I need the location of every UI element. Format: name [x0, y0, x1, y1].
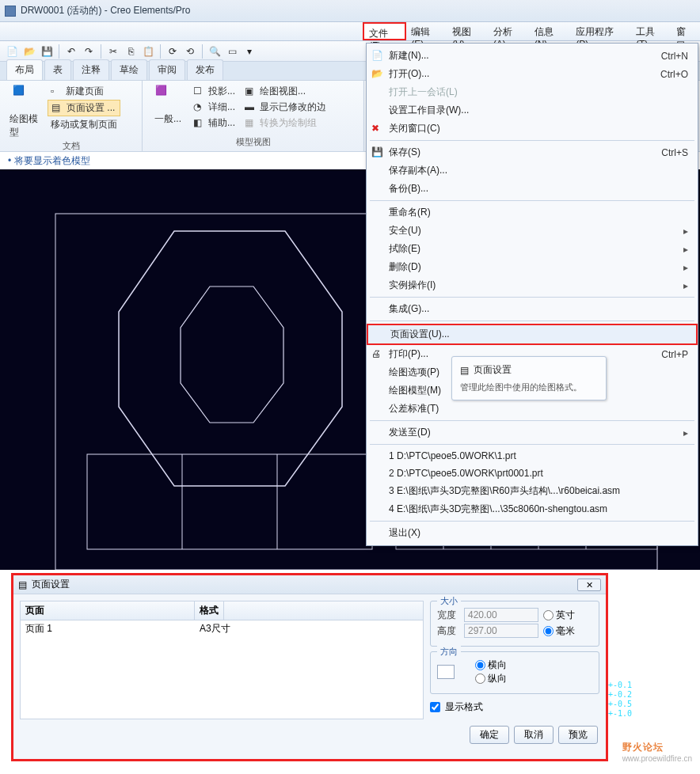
titlebar: DRW0001 (活动的) - Creo Elements/Pro	[0, 0, 700, 22]
cut-icon[interactable]: ✂	[106, 44, 120, 59]
save-icon[interactable]: 💾	[40, 44, 54, 59]
save-icon: 💾	[371, 146, 384, 159]
regen2-icon[interactable]: ⟲	[183, 44, 197, 59]
unit-mm-radio[interactable]: 毫米	[543, 624, 575, 638]
menu-send-to[interactable]: 发送至(D)▸	[367, 423, 698, 442]
show-format-checkbox[interactable]: 显示格式	[430, 700, 599, 714]
menu-edit[interactable]: 编辑(E)	[406, 22, 447, 40]
open-icon[interactable]: 📂	[22, 44, 36, 59]
separator	[59, 44, 59, 59]
menu-integrate[interactable]: 集成(G)...	[367, 300, 698, 318]
move-copy-page-button[interactable]: 移动或复制页面	[48, 117, 120, 132]
table-row[interactable]: 页面 1 A3尺寸	[21, 620, 423, 637]
drawing-models-button[interactable]: 🟦 绘图模型	[6, 84, 44, 140]
tab-annotate[interactable]: 注释	[73, 59, 109, 80]
page-icon: ▫	[51, 85, 63, 98]
menu-recent-4[interactable]: 4 E:\图纸\声头3D完整图\...\35c8060n-shengtou.as…	[367, 500, 698, 518]
printer-icon: 🖨	[371, 348, 384, 361]
group-label: 模型视图	[149, 136, 357, 148]
orient-landscape-radio[interactable]: 横向	[475, 658, 507, 672]
detailed-button[interactable]: ◔详细...	[190, 100, 238, 115]
watermark: 野火论坛 www.proewildfire.cn	[622, 738, 692, 763]
chevron-right-icon: ▸	[683, 244, 688, 255]
menu-recent-1[interactable]: 1 D:\PTC\peoe5.0WORK\1.prt	[367, 447, 698, 465]
col-page: 页面	[21, 601, 195, 620]
menubar: 文件(F) 编辑(E) 视图(V) 分析(A) 信息(N) 应用程序(P) 工具…	[0, 22, 700, 41]
preview-button[interactable]: 预览	[558, 726, 598, 744]
menu-info[interactable]: 信息(N)	[530, 22, 572, 40]
tab-review[interactable]: 审阅	[149, 59, 185, 80]
coord-readout: +-0.1 +-0.2 +-0.5 +-1.0	[608, 681, 632, 719]
new-page-button[interactable]: ▫新建页面	[48, 84, 120, 99]
separator	[160, 44, 161, 59]
menu-recent-3[interactable]: 3 E:\图纸\声头3D完整图\R60声头结构\...\r60beicai.as…	[367, 482, 698, 500]
cube2-icon: 🟪	[155, 85, 181, 110]
menu-window[interactable]: 窗口	[671, 22, 700, 40]
menu-backup[interactable]: 备份(B)...	[367, 180, 698, 198]
convert-group-button: ▦转换为绘制组	[242, 116, 329, 131]
menu-tolerance-std[interactable]: 公差标准(T)	[367, 400, 698, 418]
find-icon[interactable]: 🔍	[207, 44, 222, 59]
page-table[interactable]: 页面 格式 页面 1 A3尺寸	[20, 601, 424, 719]
menu-view[interactable]: 视图(V)	[447, 22, 489, 40]
menu-tools[interactable]: 工具(T)	[631, 22, 671, 40]
regen-icon[interactable]: ⟳	[165, 44, 180, 59]
app-icon	[5, 6, 16, 17]
menu-open[interactable]: 📂打开(O)...Ctrl+O	[367, 65, 698, 83]
close-button[interactable]: ✕	[577, 579, 601, 591]
dialog-icon: ▤	[18, 579, 27, 590]
auxiliary-button[interactable]: ◧辅助...	[190, 116, 238, 131]
menu-delete[interactable]: 删除(D)▸	[367, 258, 698, 276]
redo-icon[interactable]: ↷	[82, 44, 96, 59]
svg-marker-2	[181, 286, 283, 423]
unit-inch-radio[interactable]: 英寸	[543, 609, 575, 622]
ok-button[interactable]: 确定	[470, 726, 509, 744]
menu-new[interactable]: 📄新建(N)...Ctrl+N	[367, 47, 698, 65]
general-view-button[interactable]: 🟪 一般...	[149, 84, 187, 131]
close-x-icon: ✖	[371, 123, 384, 135]
chevron-right-icon: ▸	[683, 280, 688, 291]
menu-page-setup[interactable]: 页面设置(U)...	[367, 324, 698, 345]
select-icon[interactable]: ▭	[225, 44, 239, 59]
paste-icon[interactable]: 📋	[141, 44, 155, 59]
page-icon	[437, 665, 455, 679]
orient-portrait-radio[interactable]: 纵向	[475, 672, 507, 685]
menu-file[interactable]: 文件(F)	[363, 22, 406, 40]
menu-apps[interactable]: 应用程序(P)	[571, 22, 631, 40]
chevron-right-icon: ▸	[683, 226, 688, 237]
selmode-icon[interactable]: ▾	[242, 44, 257, 59]
drawing-view-button[interactable]: ▣绘图视图...	[242, 84, 329, 99]
menu-save[interactable]: 💾保存(S)Ctrl+S	[367, 143, 698, 161]
undo-icon[interactable]: ↶	[64, 44, 78, 59]
separator	[370, 321, 694, 321]
page-setup-button[interactable]: ▤页面设置 ...	[48, 100, 120, 116]
menu-analysis[interactable]: 分析(A)	[489, 22, 530, 40]
page-setup-tooltip: ▤页面设置 管理此绘图中使用的绘图格式。	[451, 356, 607, 400]
tab-table[interactable]: 表	[44, 59, 71, 80]
menu-close-window[interactable]: ✖关闭窗口(C)	[367, 120, 698, 138]
cancel-button[interactable]: 取消	[514, 726, 554, 744]
width-input[interactable]	[464, 608, 538, 622]
page-setup-dialog: ▤ 页面设置 ✕ 页面 格式 页面 1 A3尺寸 大小 宽度 英寸	[11, 573, 608, 761]
detail-icon: ◔	[193, 101, 206, 114]
menu-recent-2[interactable]: 2 D:\PTC\peoe5.0WORK\prt0001.prt	[367, 465, 698, 482]
menu-save-copy[interactable]: 保存副本(A)...	[367, 161, 698, 180]
copy-icon[interactable]: ⎘	[124, 44, 138, 59]
height-label: 高度	[437, 624, 459, 638]
show-modified-button[interactable]: ▬显示已修改的边	[242, 100, 329, 115]
menu-exit[interactable]: 退出(X)	[367, 524, 698, 542]
menu-security[interactable]: 安全(U)▸	[367, 222, 698, 240]
dview-icon: ▣	[245, 85, 257, 98]
menu-set-wd[interactable]: 设置工作目录(W)...	[367, 101, 698, 120]
height-input[interactable]	[464, 624, 538, 638]
tab-layout[interactable]: 布局	[6, 59, 43, 80]
menu-instance[interactable]: 实例操作(I)▸	[367, 276, 698, 294]
tab-sketch[interactable]: 草绘	[111, 59, 147, 80]
menu-erase[interactable]: 拭除(E)▸	[367, 240, 698, 258]
proj-icon: ☐	[193, 85, 206, 98]
tab-publish[interactable]: 发布	[187, 59, 223, 80]
menu-rename[interactable]: 重命名(R)	[367, 203, 698, 222]
window-title: DRW0001 (活动的) - Creo Elements/Pro	[21, 4, 191, 17]
new-icon[interactable]: 📄	[5, 44, 19, 59]
projection-button[interactable]: ☐投影...	[190, 84, 238, 99]
